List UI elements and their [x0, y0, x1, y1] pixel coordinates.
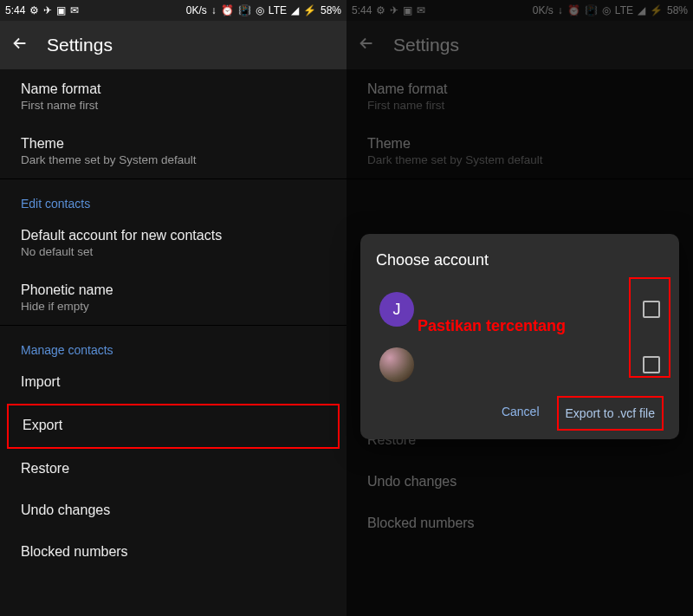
avatar: [379, 347, 414, 382]
status-battery: 58%: [667, 4, 688, 16]
charge-icon: ⚡: [303, 4, 316, 16]
item-export[interactable]: Export: [7, 404, 340, 449]
dialog-title: Choose account: [376, 251, 664, 269]
gear-icon: ⚙: [376, 4, 385, 16]
back-arrow-icon[interactable]: [10, 34, 29, 56]
item-undo[interactable]: Undo changes: [346, 462, 693, 503]
gear-icon: ⚙: [29, 4, 39, 16]
hotspot-icon: ◎: [602, 4, 611, 16]
page-title: Settings: [47, 35, 113, 55]
item-restore[interactable]: Restore: [0, 449, 346, 490]
status-speed: 0K/s: [186, 4, 207, 16]
status-battery: 58%: [321, 4, 341, 16]
item-name-format[interactable]: Name format First name first: [0, 69, 346, 124]
item-name-format[interactable]: Name format First name first: [346, 69, 693, 124]
item-import[interactable]: Import: [0, 362, 346, 404]
status-bar: 5:44 ⚙ ✈ ▣ ✉ 0K/s ↓ ⏰ 📳 ◎ LTE ◢ ⚡ 58%: [0, 0, 346, 21]
charge-icon: ⚡: [650, 4, 663, 16]
item-theme[interactable]: Theme Dark theme set by System default: [346, 124, 693, 178]
signal-icon: ◢: [291, 4, 299, 16]
app-bar: Settings: [0, 21, 346, 69]
item-phonetic[interactable]: Phonetic name Hide if empty: [0, 270, 346, 325]
download-icon: ↓: [558, 4, 563, 16]
download-icon: ↓: [211, 4, 217, 16]
mail-icon: ✉: [417, 4, 425, 16]
checkbox[interactable]: [643, 356, 660, 373]
cancel-button[interactable]: Cancel: [495, 396, 547, 431]
alarm-icon: ⏰: [567, 4, 580, 16]
status-time: 5:44: [5, 4, 25, 16]
status-bar: 5:44 ⚙ ✈ ▣ ✉ 0K/s ↓ ⏰ 📳 ◎ LTE ◢ ⚡ 58%: [346, 0, 693, 21]
send-icon: ✈: [390, 4, 398, 16]
account-row-2[interactable]: [376, 340, 664, 389]
back-arrow-icon[interactable]: [357, 34, 376, 56]
item-undo[interactable]: Undo changes: [0, 490, 346, 532]
send-icon: ✈: [43, 4, 52, 16]
signal-icon: ◢: [638, 4, 645, 16]
item-blocked[interactable]: Blocked numbers: [0, 532, 346, 574]
picture-icon: ▣: [56, 4, 66, 16]
hotspot-icon: ◎: [256, 4, 264, 16]
choose-account-dialog: Choose account J Pastikan tercentang Can…: [360, 234, 679, 439]
account-row-1[interactable]: J: [376, 285, 664, 334]
phone-left: 5:44 ⚙ ✈ ▣ ✉ 0K/s ↓ ⏰ 📳 ◎ LTE ◢ ⚡ 58% Se…: [0, 0, 346, 616]
vibrate-icon: 📳: [238, 4, 251, 16]
checkbox[interactable]: [643, 301, 660, 318]
phone-right: 5:44 ⚙ ✈ ▣ ✉ 0K/s ↓ ⏰ 📳 ◎ LTE ◢ ⚡ 58% Se…: [346, 0, 693, 616]
dialog-actions: Cancel Export to .vcf file: [376, 396, 664, 431]
vibrate-icon: 📳: [585, 4, 598, 16]
section-manage-contacts: Manage contacts: [0, 326, 346, 362]
status-lte: LTE: [615, 4, 633, 16]
section-edit-contacts: Edit contacts: [0, 179, 346, 216]
settings-list[interactable]: Name format First name first Theme Dark …: [0, 69, 346, 616]
status-lte: LTE: [269, 4, 287, 16]
app-bar: Settings: [346, 21, 693, 69]
item-default-account[interactable]: Default account for new contacts No defa…: [0, 216, 346, 270]
item-theme[interactable]: Theme Dark theme set by System default: [0, 124, 346, 178]
picture-icon: ▣: [403, 4, 412, 16]
status-time: 5:44: [352, 4, 372, 16]
export-vcf-button[interactable]: Export to .vcf file: [557, 396, 664, 431]
status-speed: 0K/s: [533, 4, 554, 16]
avatar: J: [379, 292, 414, 327]
item-blocked[interactable]: Blocked numbers: [346, 503, 693, 545]
mail-icon: ✉: [70, 4, 79, 16]
alarm-icon: ⏰: [221, 4, 234, 16]
page-title: Settings: [393, 35, 459, 55]
